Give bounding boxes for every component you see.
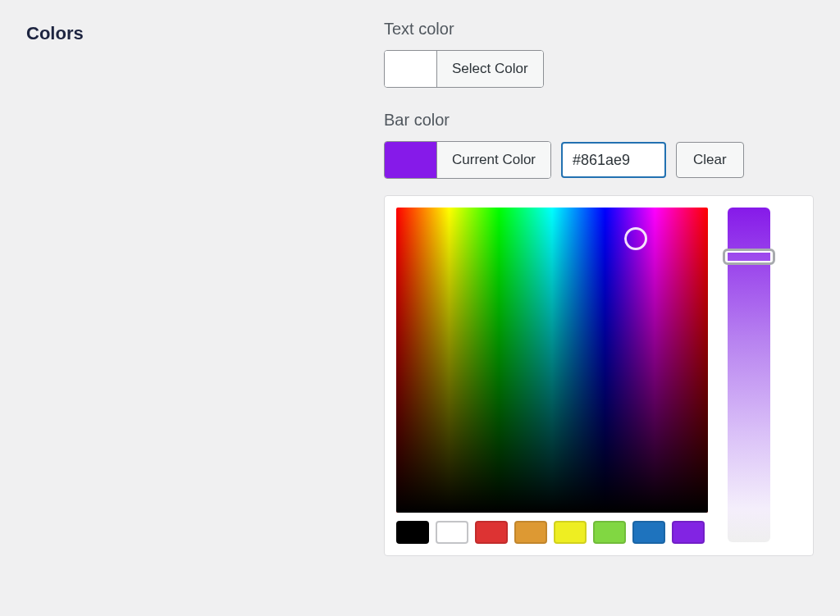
text-color-picker-toggle[interactable]: Select Color — [384, 50, 544, 88]
swatch-white[interactable] — [436, 521, 468, 544]
alpha-handle-icon — [723, 249, 775, 265]
bar-color-swatch — [385, 142, 437, 178]
clear-button[interactable]: Clear — [676, 142, 744, 178]
text-color-field: Text color Select Color — [384, 20, 814, 88]
current-color-button[interactable]: Current Color — [437, 142, 550, 178]
color-spectrum[interactable] — [396, 208, 708, 513]
swatch-yellow[interactable] — [554, 521, 587, 544]
swatch-black[interactable] — [396, 521, 429, 544]
swatch-red[interactable] — [475, 521, 508, 544]
text-color-label: Text color — [384, 20, 814, 39]
preset-swatches — [396, 521, 708, 544]
swatch-orange[interactable] — [514, 521, 547, 544]
hex-input[interactable] — [561, 142, 666, 178]
swatch-purple[interactable] — [672, 521, 705, 544]
select-color-button[interactable]: Select Color — [437, 51, 543, 87]
color-picker-panel — [384, 195, 814, 556]
bar-color-field: Bar color Current Color Clear — [384, 111, 814, 556]
bar-color-picker-toggle[interactable]: Current Color — [384, 141, 551, 179]
section-title: Colors — [26, 20, 364, 579]
text-color-swatch — [385, 51, 437, 87]
bar-color-label: Bar color — [384, 111, 814, 130]
alpha-slider[interactable] — [728, 208, 770, 542]
swatch-green[interactable] — [593, 521, 626, 544]
swatch-blue[interactable] — [632, 521, 665, 544]
